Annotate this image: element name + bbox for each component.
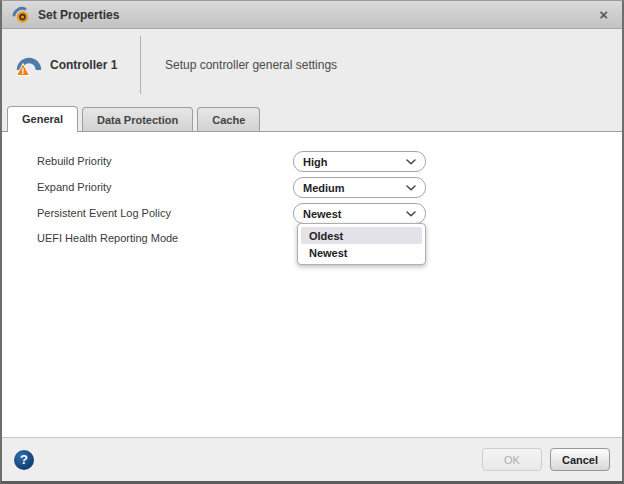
header-description: Setup controller general settings <box>140 58 337 72</box>
expand-priority-label: Expand Priority <box>37 181 112 193</box>
general-tab-panel: Rebuild Priority High Expand Priority Me… <box>2 132 622 437</box>
dropdown-option-list: Oldest Newest <box>297 223 426 265</box>
persistent-event-log-policy-select[interactable]: Newest <box>293 203 426 224</box>
tab-cache[interactable]: Cache <box>197 107 260 131</box>
controller-block: ! Controller 1 <box>2 54 140 77</box>
tab-general[interactable]: General <box>7 106 78 132</box>
persistent-event-log-policy-value: Newest <box>303 208 342 220</box>
tab-data-protection[interactable]: Data Protection <box>82 107 193 131</box>
chevron-down-icon <box>406 211 416 217</box>
rebuild-priority-select[interactable]: High <box>293 151 426 172</box>
dialog-header: ! Controller 1 Setup controller general … <box>2 29 622 101</box>
svg-text:!: ! <box>22 65 25 75</box>
set-properties-gear-icon <box>12 6 30 24</box>
help-icon[interactable]: ? <box>14 450 34 470</box>
chevron-down-icon <box>406 159 416 165</box>
persistent-event-log-policy-label: Persistent Event Log Policy <box>37 207 171 219</box>
cancel-button[interactable]: Cancel <box>550 448 610 471</box>
ok-button[interactable]: OK <box>482 448 542 471</box>
chevron-down-icon <box>406 185 416 191</box>
dropdown-option-newest[interactable]: Newest <box>301 244 422 261</box>
dialog-title: Set Properties <box>38 8 119 22</box>
uefi-health-reporting-mode-label: UEFI Health Reporting Mode <box>37 232 178 244</box>
controller-warning-icon: ! <box>16 54 42 77</box>
expand-priority-value: Medium <box>303 182 345 194</box>
dialog-footer: ? OK Cancel <box>2 437 622 481</box>
title-bar: Set Properties × <box>2 1 622 29</box>
set-properties-dialog: Set Properties × ! Controller 1 Setup co… <box>0 0 624 484</box>
rebuild-priority-label: Rebuild Priority <box>37 155 112 167</box>
close-icon[interactable]: × <box>595 7 612 22</box>
rebuild-priority-value: High <box>303 156 327 168</box>
controller-name: Controller 1 <box>50 58 117 72</box>
expand-priority-select[interactable]: Medium <box>293 177 426 198</box>
dropdown-option-oldest[interactable]: Oldest <box>301 227 422 244</box>
tab-bar: General Data Protection Cache <box>2 101 622 132</box>
header-divider <box>140 36 141 94</box>
